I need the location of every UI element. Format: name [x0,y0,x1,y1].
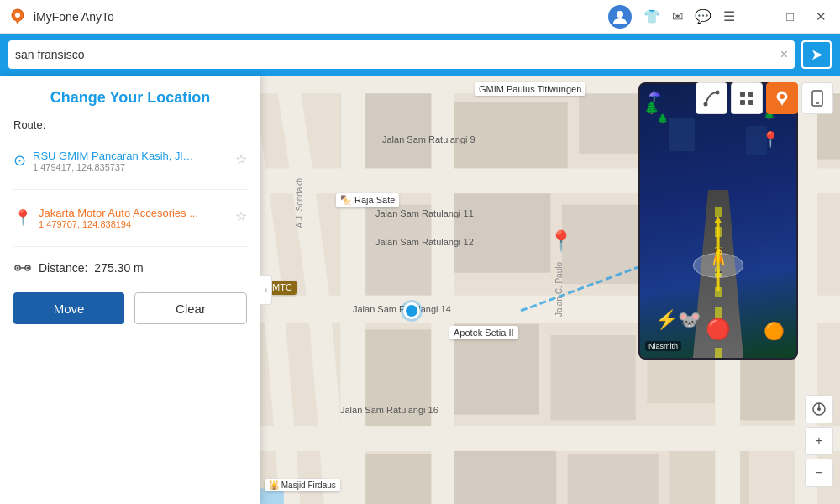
game-tree-left: 🌲 [644,101,659,114]
svg-rect-31 [340,76,365,504]
route2-icon [738,89,756,108]
shirt-icon[interactable]: 👕 [643,8,660,24]
map-label-sam11: Jalan Sam Ratulangi 11 [371,207,478,220]
route-end-icon: 📍 [13,208,32,227]
route-end-item: 📍 Jakarta Motor Auto Accesories ... 1.47… [13,202,247,234]
pikachu-icon: ⚡🐭 [655,309,701,331]
mail-icon[interactable]: ✉ [672,8,683,24]
game-overlay: ☂️ 🌲 🌲 🌲 🌲 📍 🧍 ⚡🐭 [638,82,798,360]
svg-point-45 [780,94,785,99]
titlebar-left: iMyFone AnyTo [8,8,114,26]
map-label-sam16: Jalan Sam Ratulangi 16 [336,403,443,417]
map-label-masjid: 🕌 Masjid Firdaus [265,479,340,491]
app-logo-icon [8,8,27,26]
search-clear-button[interactable]: × [780,47,788,62]
titlebar: iMyFone AnyTo 👕 ✉ 💬 ☰ — □ ✕ [0,0,840,34]
search-input-wrap: × [8,40,795,69]
map-label-sam9: Jalan Sam Ratulangi 9 [378,133,480,146]
move-button[interactable]: Move [13,292,124,324]
nav-controls: + − [805,395,833,487]
maximize-button[interactable]: □ [781,8,799,25]
chevron-left-icon: ‹ [265,285,268,295]
search-bar: × ➤ [0,34,840,76]
route-start-favorite-button[interactable]: ☆ [235,151,247,167]
pokestop-icon: 📍 [761,130,780,149]
location-marker-end: 📍 [549,231,569,256]
svg-point-55 [17,267,19,270]
zoom-out-button[interactable]: − [805,459,833,487]
svg-rect-40 [740,92,745,97]
route-end-name: Jakarta Motor Auto Accesories ... [39,207,202,219]
toolbar-pin-button[interactable] [766,82,798,114]
route-start-info: RSU GMIM Pancaran Kasih, Jl. S... 1.4794… [33,150,228,172]
menu-icon[interactable]: ☰ [723,8,735,24]
game-direction-arrow [717,223,720,291]
map-label-gmim: GMIM Paulus Titiwungen [475,82,585,96]
svg-rect-19 [550,335,635,420]
search-go-button[interactable]: ➤ [801,40,832,69]
svg-rect-41 [748,92,753,97]
svg-rect-23 [454,449,557,504]
game-player-name: Niasmith [645,341,681,351]
map-label-jalan-paul: Jalan C. Paulo [550,260,568,318]
toolbar-device-button[interactable] [801,82,833,114]
user-svg [612,9,627,24]
compass-icon [811,402,827,417]
svg-point-3 [617,11,623,18]
panel-title: Change Your Location [13,89,247,107]
pin-active-icon [773,89,791,108]
svg-point-56 [27,267,29,270]
device-icon [808,89,827,108]
svg-point-38 [704,102,708,107]
distance-label: Distance: [39,261,87,275]
map-label-sam14: Jalan Sam Ratulangi 14 [349,302,455,316]
svg-point-50 [817,407,821,411]
zoom-in-button[interactable]: + [805,427,833,455]
game-building-left [669,118,695,151]
route-start-item: ⊙ RSU GMIM Pancaran Kasih, Jl. S... 1.47… [13,144,247,177]
map-label-raja-sate: 🍢 Raja Sate [336,193,399,207]
svg-rect-14 [449,193,551,273]
distance-row: Distance: 275.30 m [13,259,247,277]
route-start-name: RSU GMIM Pancaran Kasih, Jl. S... [33,150,197,162]
map-label-apotek: Apotek Setia II [449,326,518,339]
panel-collapse-button[interactable]: ‹ [260,275,272,305]
main-area: GMIM Paulus Titiwungen 🍢 Raja Sate Jalan… [0,76,840,504]
titlebar-right: 👕 ✉ 💬 ☰ — □ ✕ [608,5,832,29]
plus-icon: + [815,433,822,449]
route-end-info: Jakarta Motor Auto Accesories ... 1.4797… [39,207,228,229]
svg-marker-2 [14,18,21,24]
search-input[interactable] [15,48,777,61]
route1-icon [702,89,721,108]
map-toolbar [696,82,833,114]
route-end-favorite-button[interactable]: ☆ [235,208,247,224]
minimize-button[interactable]: — [747,8,769,25]
game-item-icon: 🟠 [764,321,785,341]
divider-1 [13,189,247,190]
svg-rect-24 [568,454,659,504]
divider-2 [13,246,247,247]
toolbar-route2-button[interactable] [731,82,763,114]
close-button[interactable]: ✕ [811,8,832,26]
game-canvas: ☂️ 🌲 🌲 🌲 🌲 📍 🧍 ⚡🐭 [640,84,796,358]
side-panel: Change Your Location Route: ⊙ RSU GMIM P… [0,76,260,504]
route-start-icon: ⊙ [13,151,26,170]
map-label-aj-sondakh: A.J. Sondakh [291,176,308,229]
route-start-coords: 1.479417, 124.835737 [33,162,228,172]
svg-point-39 [716,91,720,95]
svg-rect-43 [748,100,753,105]
compass-button[interactable] [805,395,833,423]
distance-value: 275.30 m [94,261,143,275]
minus-icon: − [815,465,822,480]
clear-button[interactable]: Clear [134,292,247,324]
location-marker-start [403,302,420,319]
chat-icon[interactable]: 💬 [695,8,711,24]
distance-icon [13,259,32,277]
map-label-sam12: Jalan Sam Ratulangi 12 [371,235,478,249]
route-end-coords: 1.479707, 124.838194 [39,219,228,229]
app-title: iMyFone AnyTo [34,10,114,24]
toolbar-route1-button[interactable] [696,82,727,114]
pokeball-icon: 🔴 [706,318,731,341]
avatar-icon[interactable] [608,5,632,29]
route-label: Route: [13,118,247,131]
